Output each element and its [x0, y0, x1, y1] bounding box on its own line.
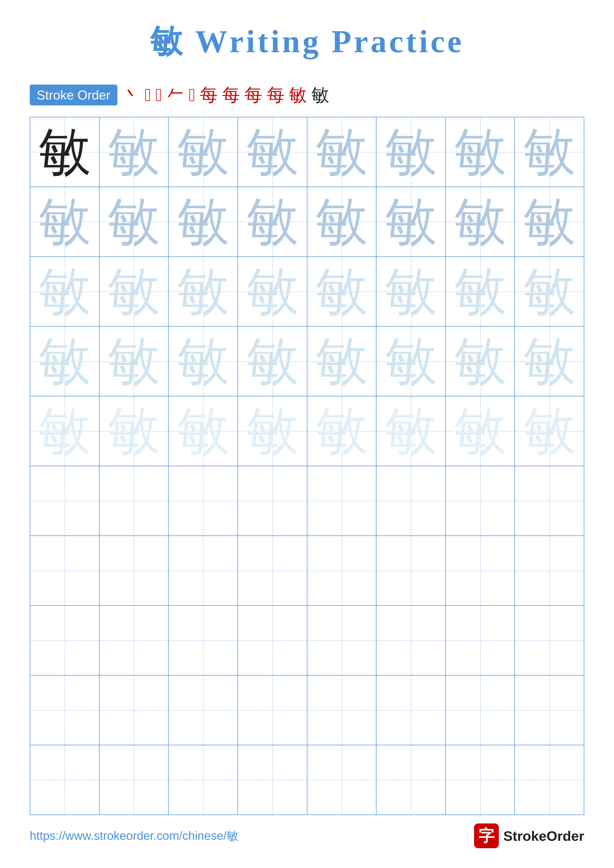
grid-row — [30, 466, 584, 536]
grid-cell[interactable]: 敏 — [515, 257, 584, 326]
stroke-3: 𠂇 — [155, 85, 162, 105]
grid-cell[interactable] — [30, 745, 99, 815]
grid-cell[interactable] — [99, 606, 169, 675]
grid-cell[interactable] — [307, 676, 377, 745]
grid-cell[interactable]: 敏 — [99, 327, 169, 396]
grid-cell[interactable]: 敏 — [446, 187, 515, 256]
cell-character: 敏 — [454, 196, 506, 248]
grid-cell[interactable]: 敏 — [238, 327, 307, 396]
grid-cell[interactable] — [238, 606, 307, 675]
grid-cell[interactable] — [30, 676, 99, 745]
grid-cell[interactable] — [515, 466, 584, 535]
stroke-2: 𠂆 — [145, 85, 151, 105]
stroke-8: 每 — [244, 83, 262, 107]
grid-cell[interactable]: 敏 — [99, 257, 169, 326]
grid-cell[interactable] — [515, 536, 584, 605]
cell-character: 敏 — [246, 405, 298, 457]
grid-cell[interactable]: 敏 — [446, 257, 515, 326]
grid-cell[interactable]: 敏 — [307, 397, 377, 466]
footer-url[interactable]: https://www.strokeorder.com/chinese/敏 — [30, 828, 238, 844]
cell-character: 敏 — [246, 335, 298, 387]
grid-cell[interactable]: 敏 — [376, 327, 446, 396]
footer-logo: 字 StrokeOrder — [474, 823, 584, 848]
grid-cell[interactable]: 敏 — [307, 117, 377, 186]
grid-cell[interactable]: 敏 — [99, 187, 169, 256]
stroke-1: 丶 — [122, 83, 140, 107]
grid-cell[interactable] — [446, 466, 515, 535]
grid-cell[interactable]: 敏 — [30, 117, 99, 186]
grid-cell[interactable] — [99, 676, 169, 745]
grid-cell[interactable]: 敏 — [515, 117, 584, 186]
grid-cell[interactable] — [515, 676, 584, 745]
grid-cell[interactable] — [238, 745, 307, 815]
cell-character: 敏 — [523, 335, 575, 387]
grid-cell[interactable]: 敏 — [169, 187, 238, 256]
grid-cell[interactable] — [169, 676, 238, 745]
grid-cell[interactable] — [30, 606, 99, 675]
grid-cell[interactable] — [446, 676, 515, 745]
grid-cell[interactable] — [307, 606, 377, 675]
grid-cell[interactable] — [307, 466, 377, 535]
grid-cell[interactable]: 敏 — [307, 327, 377, 396]
grid-cell[interactable]: 敏 — [307, 187, 377, 256]
grid-cell[interactable]: 敏 — [376, 117, 446, 186]
grid-cell[interactable] — [446, 745, 515, 815]
grid-cell[interactable] — [169, 466, 238, 535]
grid-cell[interactable] — [446, 536, 515, 605]
grid-cell[interactable] — [376, 536, 446, 605]
grid-cell[interactable] — [307, 745, 377, 815]
grid-cell[interactable]: 敏 — [376, 187, 446, 256]
grid-cell[interactable] — [376, 745, 446, 815]
grid-cell[interactable] — [99, 536, 169, 605]
grid-cell[interactable]: 敏 — [238, 117, 307, 186]
grid-cell[interactable] — [515, 606, 584, 675]
grid-cell[interactable]: 敏 — [30, 327, 99, 396]
stroke-order-row: Stroke Order 丶 𠂆 𠂇 𠂉 𠂊 每 每 每 每 敏 敏 — [30, 83, 584, 107]
cell-character: 敏 — [177, 196, 229, 248]
grid-cell[interactable]: 敏 — [238, 257, 307, 326]
grid-cell[interactable]: 敏 — [169, 327, 238, 396]
grid-cell[interactable] — [169, 606, 238, 675]
grid-cell[interactable]: 敏 — [169, 117, 238, 186]
grid-cell[interactable]: 敏 — [446, 117, 515, 186]
grid-cell[interactable]: 敏 — [238, 397, 307, 466]
grid-cell[interactable]: 敏 — [238, 187, 307, 256]
grid-cell[interactable]: 敏 — [99, 397, 169, 466]
grid-cell[interactable] — [99, 745, 169, 815]
cell-character: 敏 — [385, 265, 437, 318]
grid-cell[interactable]: 敏 — [30, 397, 99, 466]
grid-cell[interactable]: 敏 — [376, 397, 446, 466]
grid-cell[interactable]: 敏 — [169, 257, 238, 326]
grid-cell[interactable] — [376, 606, 446, 675]
grid-cell[interactable] — [376, 466, 446, 535]
grid-cell[interactable] — [30, 536, 99, 605]
grid-cell[interactable] — [169, 745, 238, 815]
grid-cell[interactable]: 敏 — [376, 257, 446, 326]
grid-cell[interactable] — [238, 466, 307, 535]
grid-cell[interactable] — [307, 536, 377, 605]
grid-cell[interactable]: 敏 — [515, 327, 584, 396]
grid-cell[interactable]: 敏 — [446, 397, 515, 466]
grid-cell[interactable] — [376, 676, 446, 745]
grid-cell[interactable] — [99, 466, 169, 535]
grid-cell[interactable]: 敏 — [99, 117, 169, 186]
grid-cell[interactable] — [515, 745, 584, 815]
grid-cell[interactable]: 敏 — [307, 257, 377, 326]
grid-cell[interactable] — [30, 466, 99, 535]
grid-cell[interactable] — [238, 536, 307, 605]
grid-cell[interactable] — [446, 606, 515, 675]
grid-cell[interactable]: 敏 — [30, 187, 99, 256]
grid-cell[interactable]: 敏 — [515, 397, 584, 466]
cell-character: 敏 — [385, 196, 437, 248]
grid-cell[interactable] — [238, 676, 307, 745]
grid-cell[interactable] — [169, 536, 238, 605]
cell-character: 敏 — [177, 335, 229, 387]
grid-cell[interactable]: 敏 — [30, 257, 99, 326]
grid-cell[interactable]: 敏 — [169, 397, 238, 466]
grid-cell[interactable]: 敏 — [446, 327, 515, 396]
grid-row: 敏敏敏敏敏敏敏敏 — [30, 117, 584, 187]
stroke-10: 敏 — [289, 83, 307, 107]
stroke-4: 𠂉 — [166, 85, 184, 105]
grid-cell[interactable]: 敏 — [515, 187, 584, 256]
cell-character: 敏 — [177, 265, 229, 318]
